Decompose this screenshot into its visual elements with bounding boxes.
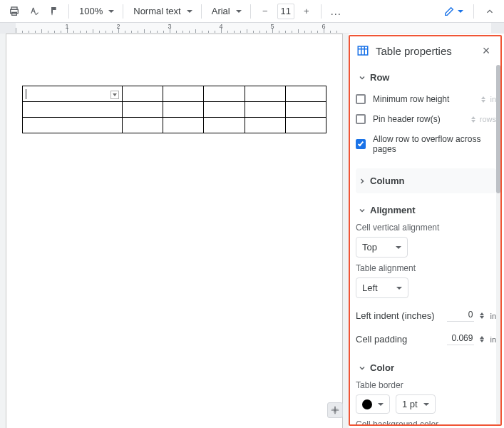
- cell-vertical-alignment-label: Cell vertical alignment: [356, 223, 496, 233]
- cell-vertical-alignment-field: Cell vertical alignment Top: [356, 223, 496, 263]
- table-cell[interactable]: [204, 118, 245, 133]
- font-size-input[interactable]: [278, 6, 294, 16]
- table-cell[interactable]: [204, 86, 245, 102]
- text-caret: [26, 89, 26, 99]
- border-width-value: 1 pt: [402, 399, 418, 409]
- checkbox-unchecked-icon[interactable]: [356, 94, 366, 104]
- spinner[interactable]: [470, 116, 477, 123]
- svg-rect-3: [358, 46, 368, 55]
- chevron-down-icon: [187, 10, 192, 13]
- row-overflow-label: Allow row to overflow across pages: [373, 134, 496, 154]
- chevron-down-icon: [356, 206, 369, 215]
- cell-padding-row: Cell padding in: [356, 327, 496, 351]
- left-indent-label: Left indent (inches): [356, 310, 435, 321]
- table-cell[interactable]: [285, 86, 326, 102]
- checkbox-unchecked-icon[interactable]: [356, 114, 366, 124]
- styles-combo[interactable]: Normal text: [129, 3, 195, 20]
- more-icon[interactable]: …: [327, 3, 344, 20]
- document-table[interactable]: [22, 86, 326, 133]
- zoom-value: 100%: [79, 6, 103, 16]
- close-icon[interactable]: ×: [479, 44, 493, 58]
- scrollbar-thumb[interactable]: [496, 65, 500, 193]
- table-cell[interactable]: [122, 102, 163, 118]
- font-size-field[interactable]: [277, 4, 294, 19]
- row-pin-header-label: Pin header row(s): [373, 114, 458, 124]
- unit-in: in: [490, 312, 496, 320]
- table-alignment-select[interactable]: Left: [356, 277, 408, 298]
- explore-button[interactable]: [327, 402, 343, 418]
- zoom-combo[interactable]: 100%: [75, 3, 117, 20]
- table-cell[interactable]: [245, 86, 285, 102]
- spinner[interactable]: [480, 96, 487, 103]
- font-value: Arial: [212, 6, 230, 16]
- print-icon[interactable]: [6, 3, 23, 20]
- chevron-down-icon: [423, 403, 429, 406]
- font-combo[interactable]: Arial: [207, 3, 245, 20]
- spellcheck-icon[interactable]: [26, 3, 43, 20]
- row-min-height-value: in: [468, 95, 496, 103]
- table-cell[interactable]: [163, 86, 204, 102]
- checkbox-checked-icon[interactable]: [356, 139, 366, 149]
- table-cell[interactable]: [285, 118, 326, 133]
- section-row-body: Minimum row height in Pin header row(s) …: [356, 90, 496, 164]
- section-color-toggle[interactable]: Color: [356, 355, 496, 380]
- chevron-down-icon: [396, 246, 401, 249]
- left-indent-input[interactable]: [447, 310, 474, 322]
- table-cell[interactable]: [122, 118, 163, 133]
- ruler-mark: 5: [270, 23, 274, 30]
- row-min-height[interactable]: Minimum row height in: [356, 90, 496, 110]
- panel-header: Table properties ×: [350, 36, 500, 65]
- toolbar: 100% Normal text Arial − + …: [0, 0, 504, 23]
- cell-padding-value[interactable]: in: [447, 333, 496, 345]
- toolbar-separator: [321, 4, 322, 19]
- section-color-title: Color: [370, 362, 394, 373]
- chevron-down-icon: [458, 10, 463, 13]
- table-border-field: Table border 1 pt: [356, 380, 496, 419]
- table-cell[interactable]: [245, 118, 285, 133]
- toolbar-separator: [68, 4, 69, 19]
- table-cell[interactable]: [204, 102, 245, 118]
- table-cell[interactable]: [245, 102, 285, 118]
- ruler-mark: 1: [65, 23, 68, 30]
- left-indent-row: Left indent (inches) in: [356, 304, 496, 327]
- row-overflow[interactable]: Allow row to overflow across pages: [356, 130, 496, 160]
- section-row-toggle[interactable]: Row: [356, 65, 496, 90]
- table-alignment-field: Table alignment Left: [356, 263, 496, 304]
- table-cell[interactable]: [23, 86, 123, 102]
- cell-vertical-alignment-select[interactable]: Top: [356, 237, 408, 258]
- section-color-body: Table border 1 pt Cell background color: [356, 380, 496, 424]
- left-indent-value[interactable]: in: [447, 310, 496, 322]
- table-cell[interactable]: [23, 118, 123, 133]
- border-color-select[interactable]: [356, 394, 390, 414]
- ruler[interactable]: 123456: [0, 23, 504, 34]
- row-pin-header-value: rows: [458, 115, 496, 123]
- workspace: Table properties × Row Minimum row heigh…: [0, 34, 504, 428]
- cell-options-icon[interactable]: [110, 91, 119, 99]
- table-cell[interactable]: [285, 102, 326, 118]
- section-alignment-toggle[interactable]: Alignment: [356, 198, 496, 223]
- color-swatch: [362, 399, 372, 409]
- paint-format-icon[interactable]: [46, 3, 63, 20]
- editing-mode-button[interactable]: [441, 3, 466, 20]
- styles-value: Normal text: [133, 6, 180, 16]
- border-width-select[interactable]: 1 pt: [396, 394, 436, 414]
- font-size-increase[interactable]: +: [298, 3, 315, 20]
- spinner[interactable]: [478, 312, 485, 319]
- ruler-mark: 4: [219, 23, 222, 30]
- document-area[interactable]: [0, 34, 349, 428]
- spinner[interactable]: [478, 336, 485, 342]
- page: [6, 34, 343, 428]
- table-cell[interactable]: [163, 118, 204, 133]
- section-alignment-body: Cell vertical alignment Top Table alignm…: [356, 223, 496, 355]
- chevron-down-icon: [236, 10, 242, 13]
- cell-padding-input[interactable]: [447, 333, 474, 345]
- section-column-toggle[interactable]: Column: [356, 168, 496, 193]
- cell-vertical-alignment-value: Top: [362, 242, 377, 253]
- table-cell[interactable]: [23, 102, 123, 118]
- font-size-decrease[interactable]: −: [257, 3, 274, 20]
- row-pin-header[interactable]: Pin header row(s) rows: [356, 110, 496, 130]
- table-cell[interactable]: [122, 86, 163, 102]
- expand-icon[interactable]: [481, 3, 498, 20]
- table-cell[interactable]: [163, 102, 204, 118]
- chevron-right-icon: [356, 177, 369, 185]
